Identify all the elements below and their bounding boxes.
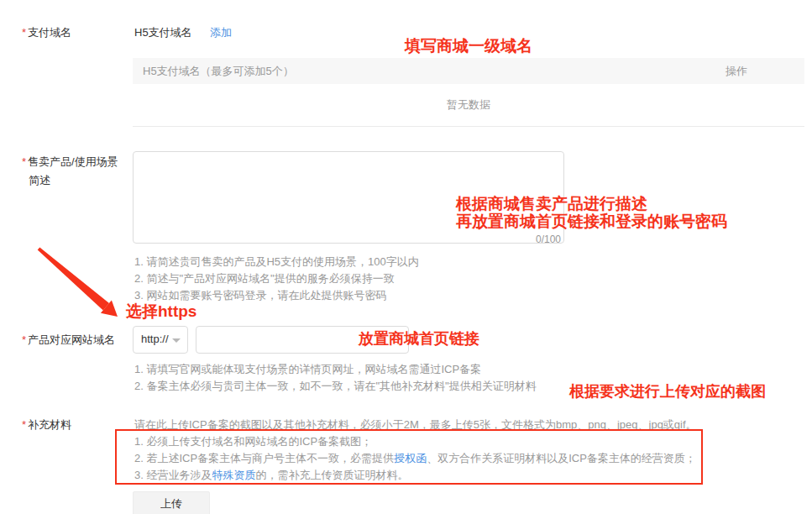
required-marker: * <box>22 26 26 39</box>
supplement-item-2: 2. 若上述ICP备案主体与商户号主体不一致，必需提供授权函、双方合作关系证明材… <box>134 450 696 467</box>
payment-domain-label: *支付域名 <box>22 25 71 40</box>
required-marker: * <box>22 333 26 346</box>
product-desc-note-2: 2. 简述与"产品对应网站域名"提供的服务必须保持一致 <box>134 270 395 287</box>
product-desc-note-1: 1. 请简述贵司售卖的产品及H5支付的使用场景，100字以内 <box>134 254 419 270</box>
required-marker: * <box>22 418 26 431</box>
supplement-label: *补充材料 <box>22 417 71 433</box>
add-domain-link[interactable]: 添加 <box>210 25 232 40</box>
website-domain-note-2: 2. 备案主体必须与贵司主体一致，如不一致，请在"其他补充材料"提供相关证明材料 <box>134 378 537 395</box>
website-domain-note-1: 1. 请填写官网或能体现支付场景的详情页网址，网站域名需通过ICP备案 <box>134 361 481 378</box>
annotation-describe-line2: 再放置商城首页链接和登录的账号密码 <box>456 211 727 233</box>
supplement-item-1: 1. 必须上传支付域名和网站域名的ICP备案截图； <box>134 433 372 450</box>
annotation-place-homepage-link: 放置商城首页链接 <box>359 328 479 349</box>
h5-domain-type-label: H5支付域名 <box>134 25 192 40</box>
table-header-row: H5支付域名（最多可添加5个） 操作 <box>133 58 804 84</box>
annotation-fill-domain: 填写商城一级域名 <box>405 35 532 57</box>
special-qualification-link[interactable]: 特殊资质 <box>212 469 255 481</box>
payment-domain-table: H5支付域名（最多可添加5个） 操作 暂无数据 <box>133 58 804 127</box>
product-desc-label-line2: 简述 <box>29 173 50 188</box>
table-header-action: 操作 <box>726 58 747 84</box>
product-desc-label-line1: *售卖产品/使用场景 <box>22 155 118 170</box>
authorization-letter-link[interactable]: 授权函 <box>394 452 427 464</box>
h5-payment-form-page: *支付域名 H5支付域名 添加 填写商城一级域名 H5支付域名（最多可添加5个）… <box>0 0 812 514</box>
protocol-selected-value: http:// <box>141 333 169 345</box>
website-domain-label: *产品对应网站域名 <box>22 333 115 348</box>
protocol-select[interactable]: http:// <box>133 326 188 354</box>
annotation-arrow-icon <box>25 242 126 326</box>
supplement-item-3: 3. 经营业务涉及特殊资质的，需补充上传资质证明材料。 <box>134 467 408 484</box>
table-empty-row: 暂无数据 <box>133 84 804 127</box>
chevron-down-icon <box>172 338 181 343</box>
annotation-choose-https: 选择https <box>126 301 196 323</box>
table-header-domain: H5支付域名（最多可添加5个） <box>133 65 294 77</box>
upload-button[interactable]: 上传 <box>133 491 210 514</box>
required-marker: * <box>22 155 26 168</box>
annotation-upload-screenshots: 根据要求进行上传对应的截图 <box>569 381 766 401</box>
char-counter: 0/100 <box>536 233 561 245</box>
empty-data-text: 暂无数据 <box>447 98 490 111</box>
